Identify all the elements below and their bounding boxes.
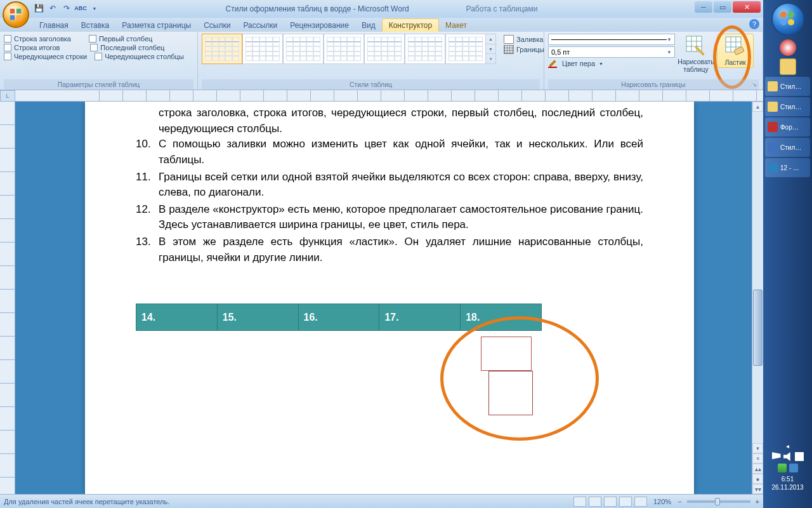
svg-rect-1 — [16, 9, 21, 13]
pen-color-button[interactable]: Цвет пера ▼ — [548, 59, 675, 68]
eraser-button[interactable]: Ластик — [717, 34, 754, 68]
context-tab-title: Работа с таблицами — [466, 4, 538, 13]
taskbar-item[interactable]: 12 - … — [765, 158, 810, 177]
qat-dropdown-icon[interactable]: ▼ — [89, 3, 100, 14]
tab-view[interactable]: Вид — [355, 19, 382, 32]
tab-home[interactable]: Главная — [33, 19, 75, 32]
line-weight-combo[interactable]: 0,5 пт ▼ — [548, 46, 675, 58]
office-button[interactable] — [3, 1, 29, 28]
tab-layout[interactable]: Макет — [439, 19, 473, 32]
zoom-slider[interactable] — [687, 500, 750, 503]
zoom-out-icon[interactable]: − — [678, 498, 681, 505]
table-style-item[interactable] — [324, 34, 364, 64]
tray-app-icon[interactable] — [789, 464, 798, 472]
dialog-launcher-icon[interactable]: ↘ — [751, 82, 757, 88]
ribbon-tabs: Главная Вставка Разметка страницы Ссылки… — [0, 18, 763, 32]
bucket-icon — [504, 35, 514, 44]
prev-page-icon[interactable]: ∘ — [752, 453, 763, 464]
tab-mailings[interactable]: Рассылки — [237, 19, 284, 32]
tab-page-layout[interactable]: Разметка страницы — [115, 19, 197, 32]
tray-app-icon[interactable] — [778, 464, 787, 472]
doc-text-fragment: строка заголовка, строка итогов, чередую… — [159, 105, 643, 137]
tab-design[interactable]: Конструктор — [382, 18, 439, 32]
clock[interactable]: 6:51 26.11.2013 — [771, 475, 803, 491]
gallery-more-icon[interactable]: ▾ — [486, 54, 495, 64]
table-style-item[interactable] — [242, 34, 283, 64]
group-table-styles: ▲ ▼ ▾ Заливка ▼ Границы ▼ — [198, 32, 544, 90]
svg-point-19 — [788, 19, 794, 25]
maximize-button[interactable]: ▭ — [714, 1, 731, 13]
tray-expand-icon[interactable]: ◂ — [786, 443, 789, 450]
table-cell[interactable]: 18. — [461, 304, 542, 331]
chk-first-col[interactable]: Первый столбец — [89, 35, 152, 43]
save-icon[interactable]: 💾 — [33, 3, 44, 14]
help-icon[interactable]: ? — [749, 19, 759, 29]
group-style-options: Строка заголовка Первый столбец Строка и… — [0, 32, 198, 90]
table-cell[interactable]: 14. — [136, 304, 218, 331]
volume-icon[interactable] — [783, 452, 792, 461]
zoom-level[interactable]: 120% — [653, 498, 671, 505]
scroll-track[interactable] — [752, 112, 763, 443]
chk-total-row[interactable]: Строка итогов — [4, 44, 60, 51]
redo-icon[interactable]: ↷ — [61, 3, 72, 14]
taskbar-item[interactable]: Стил… — [765, 138, 810, 157]
chk-banded-rows[interactable]: Чередующиеся строки — [4, 53, 87, 60]
tab-references[interactable]: Ссылки — [197, 19, 237, 32]
view-web-icon[interactable] — [604, 497, 617, 507]
zoom-in-icon[interactable]: + — [756, 498, 759, 505]
taskbar-quick-explorer[interactable] — [765, 57, 810, 76]
table-cell[interactable]: 15. — [217, 304, 298, 331]
ruler-vertical[interactable] — [0, 102, 15, 494]
spellcheck-icon[interactable]: ABC — [75, 3, 86, 14]
table-style-item[interactable] — [202, 34, 242, 64]
scroll-thumb[interactable] — [753, 290, 763, 366]
taskbar-item[interactable]: Стил… — [765, 97, 810, 116]
network-icon[interactable] — [795, 452, 804, 461]
view-draft-icon[interactable] — [634, 497, 647, 507]
browse-object-icon[interactable]: ● — [752, 474, 763, 484]
gallery-down-icon[interactable]: ▼ — [486, 44, 495, 55]
table-style-item[interactable] — [364, 34, 405, 64]
taskbar-item[interactable]: Стил… — [765, 77, 810, 96]
document-area: строка заголовка, строка итогов, чередую… — [0, 102, 763, 494]
table-style-item[interactable] — [445, 34, 486, 64]
svg-point-17 — [788, 11, 794, 18]
minimize-button[interactable]: ─ — [695, 1, 712, 13]
ruler-corner[interactable]: L — [0, 90, 15, 102]
start-button[interactable] — [771, 3, 804, 36]
flag-icon[interactable] — [772, 452, 781, 461]
chk-header-row[interactable]: Строка заголовка — [4, 35, 71, 43]
gallery-up-icon[interactable]: ▲ — [486, 34, 495, 44]
chevron-down-icon: ▼ — [599, 62, 603, 66]
status-bar: Для удаления частей ячеек перетащите ука… — [0, 494, 763, 508]
table-cell[interactable]: 17. — [379, 304, 461, 331]
chk-banded-cols[interactable]: Чередующиеся столбцы — [95, 53, 184, 60]
view-outline-icon[interactable] — [619, 497, 632, 507]
status-message: Для удаления частей ячеек перетащите ука… — [4, 498, 169, 505]
view-fullscreen-icon[interactable] — [589, 497, 601, 507]
taskbar-quick-yandex[interactable] — [765, 38, 810, 57]
group-label-style-options: Параметры стилей таблиц — [4, 79, 193, 90]
table-cell[interactable]: 16. — [298, 304, 379, 331]
svg-point-18 — [780, 19, 787, 25]
tab-review[interactable]: Рецензирование — [284, 19, 355, 32]
draw-table-icon — [685, 35, 707, 57]
tab-insert[interactable]: Вставка — [75, 19, 116, 32]
table-style-item[interactable] — [405, 34, 445, 64]
pen-icon — [548, 59, 560, 68]
close-button[interactable]: ✕ — [733, 1, 761, 13]
view-print-layout-icon[interactable] — [573, 497, 586, 507]
scroll-up-icon[interactable]: ▲ — [752, 102, 763, 112]
table-style-item[interactable] — [283, 34, 324, 64]
prev-page-button[interactable]: ▴▴ — [752, 464, 763, 474]
eraser-selection-overlay — [481, 337, 532, 371]
undo-icon[interactable]: ↶ — [47, 3, 58, 14]
line-style-combo[interactable]: ▼ — [548, 34, 675, 45]
chk-last-col[interactable]: Последний столбец — [90, 44, 164, 51]
example-table-teal[interactable]: 14. 15. 16. 17. 18. — [136, 304, 542, 331]
draw-table-button[interactable]: Нарисовать таблицу — [678, 34, 714, 74]
taskbar-item[interactable]: Фор… — [765, 117, 810, 137]
next-page-button[interactable]: ▾▾ — [752, 484, 763, 494]
ruler-horizontal[interactable]: L — [0, 90, 763, 102]
scroll-down-icon[interactable]: ▼ — [752, 443, 763, 453]
